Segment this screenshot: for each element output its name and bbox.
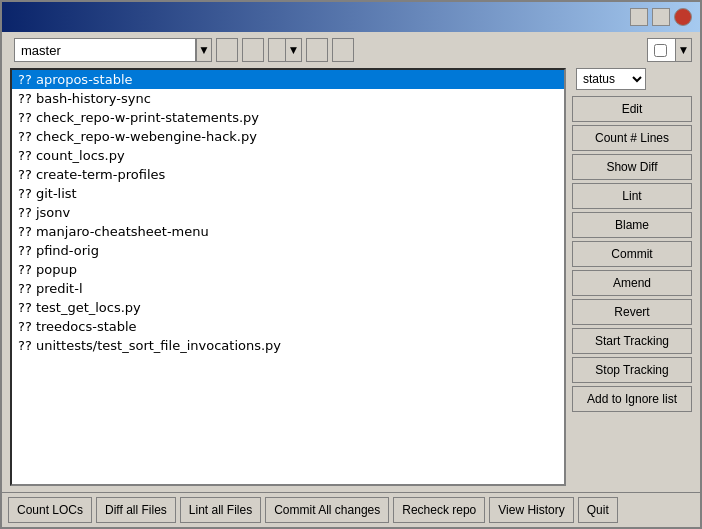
start-tracking-button[interactable]: Start Tracking	[572, 328, 692, 354]
amend-button[interactable]: Amend	[572, 270, 692, 296]
show-select[interactable]: status name short	[576, 68, 646, 90]
minimize-button[interactable]	[630, 8, 648, 26]
branch-dropdown-button[interactable]: ▼	[196, 38, 212, 62]
count-locs-button[interactable]: Count LOCs	[8, 497, 92, 523]
diff-all-files-button[interactable]: Diff all Files	[96, 497, 176, 523]
file-item[interactable]: ?? predit-l	[12, 279, 564, 298]
stash-group: ▼	[268, 38, 302, 62]
toolbar: ▼ ▼ ▼	[2, 32, 700, 68]
file-item[interactable]: ?? apropos-stable	[12, 70, 564, 89]
blame-button[interactable]: Blame	[572, 212, 692, 238]
edit-button[interactable]: Edit	[572, 96, 692, 122]
action-buttons-container: EditCount # LinesShow DiffLintBlameCommi…	[572, 96, 692, 415]
stash-button[interactable]	[268, 38, 286, 62]
titlebar	[2, 2, 700, 32]
file-list[interactable]: ?? apropos-stable?? bash-history-sync?? …	[12, 70, 564, 484]
show-row: status name short	[572, 68, 692, 90]
file-item[interactable]: ?? create-term-profiles	[12, 165, 564, 184]
recheck-repo-button[interactable]: Recheck repo	[393, 497, 485, 523]
open-extern-dropdown-button[interactable]: ▼	[676, 38, 692, 62]
add-to-ignore-list-button[interactable]: Add to Ignore list	[572, 386, 692, 412]
create-button[interactable]	[216, 38, 238, 62]
main-window: ▼ ▼ ▼ ?? apropos-stable?? bash-history-s…	[0, 0, 702, 529]
restore-button[interactable]	[652, 8, 670, 26]
file-item[interactable]: ?? bash-history-sync	[12, 89, 564, 108]
file-item[interactable]: ?? git-list	[12, 184, 564, 203]
open-extern-checkbox[interactable]	[647, 38, 676, 62]
file-item[interactable]: ?? check_repo-w-webengine-hack.py	[12, 127, 564, 146]
merge-button[interactable]	[306, 38, 328, 62]
revert-button[interactable]: Revert	[572, 299, 692, 325]
file-item[interactable]: ?? count_locs.py	[12, 146, 564, 165]
titlebar-buttons	[630, 8, 692, 26]
branch-group: ▼	[14, 38, 212, 62]
file-item[interactable]: ?? test_get_locs.py	[12, 298, 564, 317]
main-content: ?? apropos-stable?? bash-history-sync?? …	[2, 68, 700, 492]
file-item[interactable]: ?? jsonv	[12, 203, 564, 222]
file-item[interactable]: ?? check_repo-w-print-statements.py	[12, 108, 564, 127]
count-hash-lines-button[interactable]: Count # Lines	[572, 125, 692, 151]
stop-tracking-button[interactable]: Stop Tracking	[572, 357, 692, 383]
view-history-button[interactable]: View History	[489, 497, 573, 523]
stash-dropdown-button[interactable]: ▼	[286, 38, 302, 62]
right-panel: status name short EditCount # LinesShow …	[572, 68, 692, 486]
file-item[interactable]: ?? unittests/test_sort_file_invocations.…	[12, 336, 564, 355]
delete-button[interactable]	[332, 38, 354, 62]
lint-button[interactable]: Lint	[572, 183, 692, 209]
open-extern-group: ▼	[647, 38, 692, 62]
commit-all-changes-button[interactable]: Commit All changes	[265, 497, 389, 523]
open-extern-check-input[interactable]	[654, 44, 667, 57]
quit-button[interactable]: Quit	[578, 497, 618, 523]
file-item[interactable]: ?? manjaro-cheatsheet-menu	[12, 222, 564, 241]
close-button[interactable]	[674, 8, 692, 26]
file-item[interactable]: ?? popup	[12, 260, 564, 279]
file-item[interactable]: ?? treedocs-stable	[12, 317, 564, 336]
file-list-container: ?? apropos-stable?? bash-history-sync?? …	[10, 68, 566, 486]
switch-to-button[interactable]	[242, 38, 264, 62]
show-diff-button[interactable]: Show Diff	[572, 154, 692, 180]
branch-input[interactable]	[14, 38, 196, 62]
commit-button[interactable]: Commit	[572, 241, 692, 267]
bottom-bar: Count LOCsDiff all FilesLint all FilesCo…	[2, 492, 700, 527]
lint-all-files-button[interactable]: Lint all Files	[180, 497, 261, 523]
file-item[interactable]: ?? pfind-orig	[12, 241, 564, 260]
